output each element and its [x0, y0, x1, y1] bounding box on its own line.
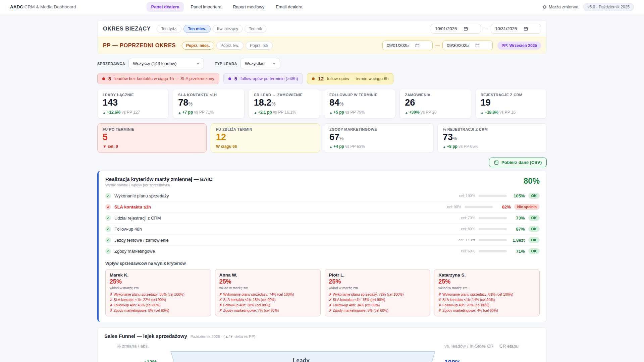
criterion-status-badge: OK — [528, 193, 540, 199]
current-period-pill-0[interactable]: Ten tydz. — [157, 25, 181, 33]
alert-count: 8 — [108, 76, 111, 81]
cross-icon: ✗ — [110, 303, 113, 307]
criterion-label: Follow-up 48h — [114, 227, 142, 232]
criterion-target: cel: 70% — [461, 216, 475, 220]
previous-date-to-input[interactable]: 09/30/2025 — [442, 41, 493, 50]
arrow-up-icon: ▲ — [443, 145, 446, 148]
criterion-status-badge: OK — [528, 226, 540, 232]
download-csv-button[interactable]: Pobierz dane (CSV) — [489, 158, 547, 167]
baic-subtitle: Wynik salonu i wpływ per sprzedawca — [105, 183, 212, 187]
funnel-stage-ratio: 100% baza — [444, 359, 495, 362]
brand-suffix: CRM & Media Dashboard — [24, 4, 76, 9]
funnel-stages: ▲ +13% +16 Leady 143 100% baza ▲ +31% +6… — [104, 351, 540, 362]
funnel-meta: Październik 2025 · (▲/▼ delta vs PP) — [191, 335, 255, 339]
kpi-value: 12 — [216, 132, 315, 142]
criterion-label: Udział rejestracji z CRM — [114, 216, 161, 221]
seller-criterion-item: ✗ Zgody marketingowe: 8% (cel 60%) — [110, 308, 207, 313]
seller-criterion-item: ✗ Zgody marketingowe: 7% (cel 60%) — [219, 308, 316, 313]
current-date-to-input[interactable]: 10/31/2025 — [491, 24, 541, 34]
cross-icon: ✗ — [219, 308, 222, 312]
lead-type-select-value: Wszystkie — [245, 61, 265, 66]
criterion-value: 105% — [510, 193, 525, 198]
kpi-label: FU PO TERMINIE — [103, 127, 201, 131]
previous-period-pill-1[interactable]: Poprz. kw. — [216, 42, 244, 50]
sellers-heading: Wpływ sprzedawców na wynik kryteriów — [105, 261, 540, 266]
cross-icon: ✗ — [110, 292, 113, 296]
current-date-from-value: 10/01/2025 — [435, 26, 457, 31]
current-period-pill-1[interactable]: Ten mies. — [183, 25, 210, 33]
criterion-progressbar — [479, 239, 507, 241]
baic-header: Realizacja kryteriów marży zmiennej — BA… — [105, 176, 540, 187]
nav-tab-0[interactable]: Panel dealera — [147, 2, 184, 12]
previous-date-to-value: 09/30/2025 — [447, 43, 469, 48]
seller-select-value: Wszyscy (143 leadów) — [133, 61, 176, 66]
alert-text: leadów bez kontaktu w ciągu 1h — SLA prz… — [114, 76, 214, 81]
previous-period-pill-0[interactable]: Poprz. mies. — [182, 42, 214, 50]
kpi-value: 73% — [443, 132, 541, 142]
kpi-label: SLA KONTAKTU ≤1H — [178, 93, 239, 97]
kpi-label: REJESTRACJE Z CRM — [481, 93, 541, 97]
cross-icon: ✗ — [329, 303, 332, 307]
seller-criterion-item: ✗ Wykonanie planu sprzedaży: 72% (cel 10… — [329, 292, 426, 297]
criterion-progressbar — [479, 228, 507, 230]
seller-card: Marek K. 25% wkład w marżę zm. ✗ Wykonan… — [105, 269, 211, 316]
seller-card: Piotr L. 25% wkład w marżę zm. ✗ Wykonan… — [325, 269, 430, 316]
range-separator: — — [435, 43, 440, 48]
criterion-progressbar — [465, 206, 493, 208]
alert-count: 5 — [234, 76, 237, 81]
seller-criterion-item: ✗ Zgody marketingowe: 5% (cel 60%) — [329, 308, 426, 313]
funnel-stage-delta: ▲ +13% +16 — [104, 359, 161, 362]
cross-icon: ✗ — [105, 204, 111, 210]
arrow-up-icon: ▲ — [178, 111, 181, 114]
kpi-value: 67% — [329, 132, 428, 142]
kpi-card: ZAMÓWIENIA 26 ▲ +30% vs PP 20 — [399, 89, 471, 119]
margin-settings-button[interactable]: ⚙ Marża zmienna — [542, 4, 578, 10]
previous-date-from-input[interactable]: 09/01/2025 — [382, 41, 433, 50]
cross-icon: ✗ — [219, 298, 222, 302]
calendar-icon — [475, 43, 480, 48]
cross-icon: ✗ — [438, 308, 441, 312]
nav-tabs: Panel dealeraPanel importeraRaport medio… — [147, 2, 307, 12]
kpi-label: FOLLOW-UP W TERMINIE — [329, 93, 390, 97]
alert-purple[interactable]: 5 follow-upów po terminie (>48h) — [223, 73, 303, 84]
alert-red[interactable]: 8 leadów bez kontaktu w ciągu 1h — SLA p… — [97, 73, 219, 84]
current-date-from-input[interactable]: 10/01/2025 — [431, 24, 481, 34]
kpi-label: CR LEAD → ZAMÓWIENIE — [254, 93, 315, 97]
nav-tab-2[interactable]: Raport mediowy — [228, 2, 269, 12]
criterion-value: 87% — [510, 227, 525, 232]
seller-select[interactable]: Wszyscy (143 leadów) — [128, 58, 204, 69]
alert-amber[interactable]: 12 follow-upów — termin w ciągu 6h — [307, 73, 393, 84]
criterion-target: cel: 100% — [459, 194, 475, 198]
funnel-stage-label: Leady — [293, 357, 310, 362]
seller-card: Katarzyna S. 25% wkład w marżę zm. ✗ Wyk… — [434, 269, 540, 316]
kpi-row-2: FU PO TERMINIE 5 ▼ cel: 0 FU ZBLIŻA TERM… — [97, 123, 547, 153]
criterion-label: SLA kontaktu ≤1h — [114, 204, 151, 209]
kpi-delta: ▲ +8 pp vs PP 65% — [443, 144, 541, 149]
funnel-column-headers: % zmiana / abs. vs. leadów / In-Store CR… — [104, 344, 540, 349]
range-separator: — — [484, 26, 488, 31]
criterion-target: cel: 80% — [461, 227, 475, 231]
current-period-pill-3[interactable]: Ten rok — [245, 25, 266, 33]
status-dot-icon — [312, 77, 315, 80]
nav-tab-3[interactable]: Email dealera — [271, 2, 307, 12]
previous-period-pill-2[interactable]: Poprz. rok — [246, 42, 273, 50]
previous-period-label: PP — POPRZEDNI OKRES — [103, 42, 176, 49]
seller-contribution: 25% — [438, 278, 535, 285]
lead-type-select[interactable]: Wszystkie — [240, 58, 280, 69]
kpi-card: SLA KONTAKTU ≤1H 78% ▲ +7 pp vs PP 71% — [173, 89, 244, 119]
kpi-card: FOLLOW-UP W TERMINIE 84% ▲ +5 pp vs PP 7… — [324, 89, 395, 119]
criterion-status-badge: OK — [528, 237, 540, 243]
status-dot-icon — [102, 77, 105, 80]
kpi-row-1: LEADY ŁĄCZNIE 143 ▲ +12.6% vs PP 127 SLA… — [97, 89, 547, 119]
current-period-pills: Ten tydz.Ten mies.Kw. bieżącyTen rok — [157, 25, 266, 33]
criterion-status-badge: OK — [528, 215, 540, 221]
seller-criterion-item: ✗ SLA kontaktu ≤1h: 18% (cel 90%) — [219, 297, 316, 303]
criterion-progressbar — [479, 250, 507, 252]
current-date-to-value: 10/31/2025 — [495, 26, 517, 31]
seller-card: Anna W. 25% wkład w marżę zm. ✗ Wykonani… — [215, 269, 321, 316]
calendar-icon — [524, 26, 528, 31]
current-period-pill-2[interactable]: Kw. bieżący — [213, 25, 243, 33]
funnel-col-ratio: vs. leadów / In-Store CR — [444, 344, 495, 349]
cross-icon: ✗ — [329, 298, 332, 302]
nav-tab-1[interactable]: Panel importera — [186, 2, 226, 12]
